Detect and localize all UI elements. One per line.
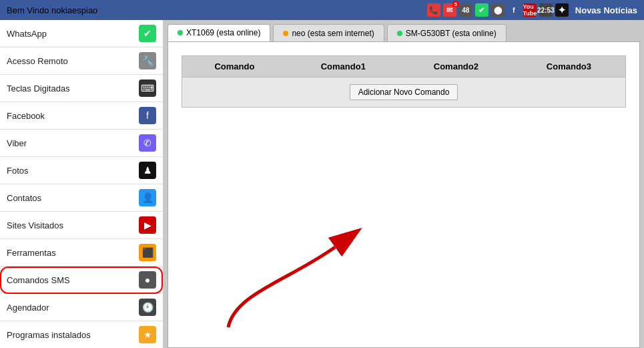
sidebar-label-whatsapp: WhatsApp (7, 29, 47, 39)
tab-panel: ComandoComando1Comando2Comando3 Adiciona… (168, 41, 640, 348)
sidebar-label-sites-visitados: Sites Visitados (7, 220, 63, 230)
sidebar-icon-sites-visitados: ▶ (139, 216, 156, 234)
phone-icon: 📞 (427, 3, 440, 17)
tabs-bar: XT1069 (esta online)neo (esta sem intern… (164, 20, 644, 41)
add-command-button[interactable]: Adicionar Novo Comando (350, 84, 458, 100)
tab-xt1069-dot (178, 30, 183, 35)
tab-neo[interactable]: neo (esta sem internet) (273, 24, 384, 41)
sidebar-icon-viber: ✆ (139, 134, 156, 152)
sidebar-label-acesso-remoto: Acesso Remoto (7, 56, 68, 66)
tab-smg530bt-dot (397, 31, 402, 36)
sidebar-icon-contatos: 👤 (139, 189, 156, 206)
sidebar-icon-agendador: 🕙 (139, 299, 156, 316)
sidebar-item-viber[interactable]: Viber✆ (0, 130, 163, 157)
topbar-welcome: Bem Vindo nokiaespiao (7, 5, 97, 15)
sidebar-icon-teclas-digitadas: ⌨ (139, 79, 156, 97)
sidebar-item-agendador[interactable]: Agendador🕙 (0, 294, 163, 321)
camera-icon: ⬤ (491, 3, 505, 17)
main-layout: WhatsApp✔Acesso Remoto🔧Teclas Digitadas⌨… (0, 20, 644, 348)
sidebar-item-ferramentas[interactable]: Ferramentas⬛ (0, 239, 163, 267)
whatsapp-topbar-icon: ✔ (475, 3, 489, 17)
cmd-header-2: Comando2 (400, 56, 513, 77)
topbar: Bem Vindo nokiaespiao 📞 ✉ 5 48 ✔ ⬤ f You… (0, 0, 644, 20)
sidebar-item-fotos[interactable]: Fotos♟ (0, 157, 163, 184)
tab-xt1069-label: XT1069 (esta online) (186, 28, 260, 37)
sidebar-label-programas-instalados: Programas instalados (7, 330, 91, 340)
sidebar-icon-fotos: ♟ (139, 162, 156, 179)
playboy-icon: ✦ (555, 3, 569, 17)
topbar-icons: 📞 ✉ 5 48 ✔ ⬤ f YouTube 22:53 ✦ Novas Not… (427, 3, 637, 17)
content-area: XT1069 (esta online)neo (esta sem intern… (164, 20, 644, 348)
command-table: ComandoComando1Comando2Comando3 Adiciona… (182, 56, 625, 107)
sidebar-item-contatos[interactable]: Contatos👤 (0, 184, 163, 212)
command-table-container: ComandoComando1Comando2Comando3 Adiciona… (182, 55, 626, 108)
tab-smg530bt[interactable]: SM-G530BT (esta online) (387, 24, 507, 41)
command-table-header: ComandoComando1Comando2Comando3 (182, 56, 625, 77)
sidebar-item-programas-instalados[interactable]: Programas instalados★ (0, 321, 163, 348)
msg-badge: 5 (452, 1, 459, 7)
sidebar-icon-ferramentas: ⬛ (139, 244, 156, 261)
sidebar-icon-whatsapp: ✔ (139, 25, 156, 42)
arrow-annotation (208, 227, 382, 334)
sidebar-icon-acesso-remoto: 🔧 (139, 52, 156, 69)
cmd-header-3: Comando3 (513, 56, 625, 77)
sidebar-label-viber: Viber (7, 138, 27, 148)
sidebar-label-teclas-digitadas: Teclas Digitadas (7, 83, 70, 94)
sidebar-label-facebook: Facebook (7, 111, 45, 121)
sidebar-item-facebook[interactable]: Facebookf (0, 102, 163, 130)
sidebar-icon-programas-instalados: ★ (139, 326, 156, 343)
add-command-cell: Adicionar Novo Comando (182, 77, 625, 108)
sidebar-label-agendador: Agendador (7, 303, 49, 313)
youtube-topbar-icon: YouTube (523, 3, 537, 17)
sidebar-icon-facebook: f (139, 107, 156, 124)
message-icon: ✉ 5 (443, 3, 456, 17)
sidebar-label-comandos-sms: Comandos SMS (7, 275, 70, 285)
sidebar-label-fotos: Fotos (7, 166, 29, 176)
tab-neo-dot (283, 31, 288, 36)
cmd-header-1: Comando1 (287, 56, 400, 77)
sidebar-label-contatos: Contatos (7, 193, 41, 203)
sidebar-item-comandos-sms[interactable]: Comandos SMS● (0, 267, 163, 294)
sidebar-icon-comandos-sms: ● (139, 271, 156, 289)
cmd-header-0: Comando (182, 56, 287, 77)
command-table-row: Adicionar Novo Comando (182, 77, 625, 108)
sidebar-item-acesso-remoto[interactable]: Acesso Remoto🔧 (0, 47, 163, 75)
tab-xt1069[interactable]: XT1069 (esta online) (168, 24, 270, 41)
sidebar: WhatsApp✔Acesso Remoto🔧Teclas Digitadas⌨… (0, 20, 164, 348)
tab-neo-label: neo (esta sem internet) (292, 29, 374, 38)
tab-smg530bt-label: SM-G530BT (esta online) (406, 29, 497, 38)
sidebar-item-sites-visitados[interactable]: Sites Visitados▶ (0, 212, 163, 239)
sidebar-label-ferramentas: Ferramentas (7, 248, 56, 258)
sidebar-item-whatsapp[interactable]: WhatsApp✔ (0, 20, 163, 47)
time-icon: 22:53 (539, 3, 553, 17)
counter-icon: 48 (459, 3, 472, 17)
novas-noticias-label: Novas Notícias (575, 5, 637, 15)
sidebar-item-teclas-digitadas[interactable]: Teclas Digitadas⌨ (0, 75, 163, 102)
facebook-topbar-icon: f (507, 3, 521, 17)
